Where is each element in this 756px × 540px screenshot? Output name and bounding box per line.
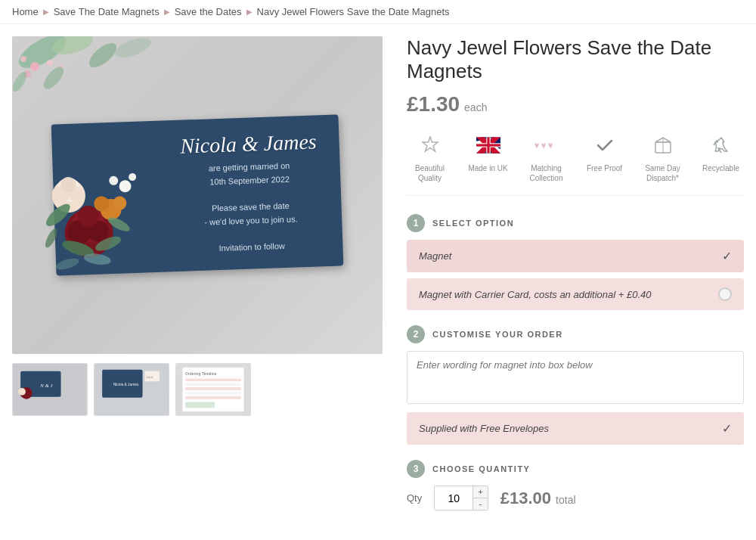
section-3-title: CHOOSE QUANTITY: [432, 464, 530, 473]
magnet-text: Nicola & James are getting married on 10…: [180, 130, 321, 256]
svg-point-4: [30, 62, 39, 71]
svg-point-28: [43, 227, 60, 249]
customise-textarea[interactable]: [407, 351, 744, 404]
matching-hearts-icon: [533, 138, 560, 153]
svg-point-8: [20, 56, 26, 62]
qty-label: Qty: [407, 492, 422, 504]
total-label: total: [556, 494, 575, 506]
envelopes-label: Supplied with Free Envelopes: [419, 423, 549, 434]
breadcrumb-magnets[interactable]: Save The Date Magnets: [54, 6, 160, 17]
feature-recyclable: Recyclable: [698, 132, 744, 183]
svg-point-29: [119, 180, 132, 193]
svg-point-5: [47, 60, 53, 66]
feature-dispatch: Same Day Dispatch*: [640, 132, 686, 183]
svg-point-33: [54, 256, 80, 272]
svg-text:N & J: N & J: [39, 383, 53, 388]
envelopes-check: ✓: [722, 421, 732, 436]
hearts-icon: [533, 132, 560, 159]
envelopes-row: Supplied with Free Envelopes ✓: [407, 412, 744, 445]
thumbnail-1[interactable]: N & J: [12, 363, 88, 416]
option-magnet-label: Magnet: [419, 250, 451, 262]
dispatch-icon: [649, 132, 677, 159]
qty-decrease-button[interactable]: -: [473, 498, 487, 510]
svg-point-38: [18, 388, 26, 396]
thumb-svg-1: N & J: [13, 364, 87, 415]
section-1-title: SELECT OPTION: [432, 219, 514, 228]
breadcrumb-sep-3: ▶: [246, 8, 253, 16]
qty-buttons: + -: [472, 486, 487, 510]
option-carrier-label: Magnet with Carrier Card, costs an addit…: [419, 289, 651, 300]
section-select-option: 1 SELECT OPTION Magnet ✓ Magnet with Car…: [407, 214, 744, 310]
option-magnet-check: ✓: [722, 249, 732, 263]
box-icon: [652, 135, 674, 156]
svg-point-31: [129, 173, 136, 181]
product-image-bg: Nicola & James are getting married on 10…: [12, 36, 383, 354]
svg-text:Card: Card: [146, 375, 152, 379]
option-carrier-card[interactable]: Magnet with Carrier Card, costs an addit…: [407, 278, 744, 310]
matching-label: Matching Collection: [523, 163, 569, 183]
proof-label: Free Proof: [587, 163, 622, 173]
step-1-circle: 1: [407, 214, 425, 232]
svg-rect-48: [185, 378, 241, 381]
star-icon: [420, 135, 441, 156]
option-carrier-radio: [718, 287, 732, 301]
svg-rect-52: [185, 396, 241, 399]
features-row: Beautiful Quality Mad: [407, 132, 744, 196]
section-customise: 2 CUSTOMISE YOUR ORDER Supplied with Fre…: [407, 325, 744, 445]
svg-rect-49: [185, 383, 241, 386]
breadcrumb-sep-2: ▶: [164, 8, 170, 16]
uk-icon: [475, 132, 502, 159]
uk-label: Made in UK: [468, 163, 507, 173]
svg-marker-54: [423, 137, 438, 151]
section-2-header: 2 CUSTOMISE YOUR ORDER: [407, 325, 744, 343]
right-column: Navy Jewel Flowers Save the Date Magnets…: [407, 36, 744, 540]
dispatch-label: Same Day Dispatch*: [640, 163, 686, 183]
qty-input[interactable]: [435, 486, 472, 510]
thumb-svg-2: Nicola & James Card: [94, 364, 169, 415]
recyclable-label: Recyclable: [702, 163, 739, 173]
magnet-card: Nicola & James are getting married on 10…: [51, 114, 344, 275]
section-2-title: CUSTOMISE YOUR ORDER: [432, 330, 563, 339]
breadcrumb-current: Navy Jewel Flowers Save the Date Magnets: [257, 6, 450, 17]
checkmark-icon: [591, 132, 618, 159]
recycle-svg-icon: [711, 135, 732, 156]
total-price-value: £13.00: [500, 489, 551, 507]
svg-rect-63: [476, 144, 500, 147]
left-column: Nicola & James are getting married on 10…: [12, 36, 383, 540]
breadcrumb-dates[interactable]: Save the Dates: [175, 6, 242, 17]
main-image: Nicola & James are getting married on 10…: [12, 36, 383, 354]
breadcrumb-sep-1: ▶: [43, 8, 49, 16]
svg-point-30: [109, 176, 118, 185]
price-amount: £1.30: [407, 92, 460, 116]
section-quantity: 3 CHOOSE QUANTITY Qty + - £13.00 total: [407, 460, 744, 511]
check-icon: [594, 135, 615, 156]
qty-control: + -: [434, 486, 488, 511]
recycle-icon: [708, 132, 735, 159]
total-price: £13.00 total: [500, 489, 576, 508]
feature-quality: Beautiful Quality: [407, 132, 453, 183]
section-3-header: 3 CHOOSE QUANTITY: [407, 460, 744, 478]
breadcrumb: Home ▶ Save The Date Magnets ▶ Save the …: [0, 0, 756, 24]
thumbnail-3[interactable]: Ordering Timeline: [175, 363, 251, 416]
svg-rect-51: [185, 392, 241, 395]
quality-label: Beautiful Quality: [407, 163, 453, 183]
thumbnail-2[interactable]: Nicola & James Card: [94, 363, 169, 416]
quantity-row: Qty + - £13.00 total: [407, 486, 744, 511]
qty-increase-button[interactable]: +: [473, 486, 487, 498]
magnet-body: are getting married on 10th September 20…: [181, 159, 321, 256]
section-1-header: 1 SELECT OPTION: [407, 214, 744, 232]
svg-text:Ordering Timeline: Ordering Timeline: [185, 372, 217, 376]
card-floral: [33, 124, 178, 287]
breadcrumb-home[interactable]: Home: [12, 6, 39, 17]
price-each: each: [464, 101, 487, 113]
price-line: £1.30 each: [407, 92, 744, 116]
option-magnet[interactable]: Magnet ✓: [407, 240, 744, 272]
svg-point-3: [113, 36, 153, 61]
svg-text:Nicola & James: Nicola & James: [113, 383, 139, 386]
svg-rect-50: [185, 387, 241, 390]
thumb-svg-3: Ordering Timeline: [176, 364, 250, 415]
main-container: Nicola & James are getting married on 10…: [0, 24, 756, 540]
feature-proof: Free Proof: [581, 132, 627, 183]
quality-icon: [417, 132, 444, 159]
magnet-names: Nicola & James: [180, 130, 317, 159]
